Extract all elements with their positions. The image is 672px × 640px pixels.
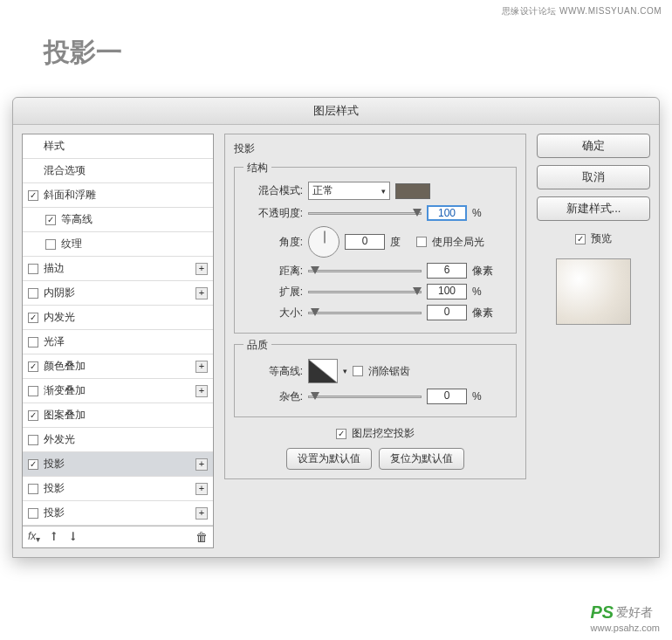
spread-input[interactable]: 100 (427, 284, 467, 299)
blend-mode-value: 正常 (312, 183, 333, 198)
style-item[interactable]: ✓投影+ (23, 452, 213, 477)
contour-row: 等高线: ▾ 消除锯齿 (243, 359, 507, 383)
style-checkbox[interactable]: ✓ (28, 410, 38, 421)
style-item[interactable]: 投影+ (23, 477, 213, 501)
style-item[interactable]: ✓等高线 (23, 208, 213, 232)
style-checkbox[interactable]: ✓ (45, 215, 56, 225)
style-checkbox[interactable]: ✓ (28, 459, 38, 470)
knockout-row: ✓ 图层挖空投影 (234, 426, 517, 441)
opacity-slider[interactable] (308, 207, 422, 219)
dialog-body: 样式 混合选项 ✓斜面和浮雕✓等高线纹理描边+内阴影+✓内发光光泽✓颜色叠加+渐… (13, 125, 659, 557)
style-item[interactable]: ✓内发光 (23, 306, 213, 330)
angle-input[interactable]: 0 (345, 234, 385, 250)
style-list: 样式 混合选项 ✓斜面和浮雕✓等高线纹理描边+内阴影+✓内发光光泽✓颜色叠加+渐… (22, 134, 214, 548)
chevron-down-icon[interactable]: ▾ (343, 367, 347, 375)
opacity-input[interactable]: 100 (427, 205, 467, 221)
chevron-down-icon: ▾ (381, 187, 386, 196)
arrow-up-icon[interactable]: 🠕 (49, 531, 59, 543)
trash-icon[interactable]: 🗑 (195, 530, 208, 544)
spread-label: 扩展: (243, 285, 303, 299)
layer-style-dialog: 图层样式 样式 混合选项 ✓斜面和浮雕✓等高线纹理描边+内阴影+✓内发光光泽✓颜… (12, 97, 660, 558)
style-list-scroll[interactable]: 样式 混合选项 ✓斜面和浮雕✓等高线纹理描边+内阴影+✓内发光光泽✓颜色叠加+渐… (23, 134, 213, 526)
style-item-label: 图案叠加 (44, 408, 208, 423)
style-checkbox[interactable] (28, 264, 38, 274)
add-effect-icon[interactable]: + (195, 287, 208, 299)
size-slider[interactable] (308, 306, 422, 319)
style-item[interactable]: 纹理 (23, 232, 213, 257)
style-item[interactable]: 渐变叠加+ (23, 379, 213, 403)
reset-default-button[interactable]: 复位为默认值 (379, 448, 464, 470)
quality-title: 品质 (243, 338, 271, 353)
style-checkbox[interactable] (45, 239, 56, 250)
global-light-label: 使用全局光 (432, 235, 484, 250)
style-item[interactable]: 投影+ (23, 501, 213, 526)
ok-button[interactable]: 确定 (537, 134, 650, 158)
style-item-styles[interactable]: 样式 (23, 134, 213, 159)
settings-panel: 投影 结构 混合模式: 正常 ▾ 不透明度: 100 (224, 134, 526, 548)
distance-slider[interactable] (308, 265, 422, 277)
contour-swatch[interactable] (308, 359, 338, 383)
style-item[interactable]: 光泽 (23, 330, 213, 354)
global-light-checkbox[interactable] (416, 237, 427, 247)
spread-row: 扩展: 100 % (243, 284, 507, 299)
size-unit: 像素 (472, 306, 493, 320)
ah-text: 爱好者 (616, 605, 653, 619)
style-item-label: 内阴影 (44, 286, 195, 300)
style-checkbox[interactable] (28, 386, 38, 396)
style-item[interactable]: ✓颜色叠加+ (23, 354, 213, 379)
style-checkbox[interactable]: ✓ (28, 313, 38, 323)
new-style-button[interactable]: 新建样式... (537, 196, 650, 221)
antialias-checkbox[interactable] (353, 366, 363, 376)
make-default-button[interactable]: 设置为默认值 (286, 448, 372, 470)
add-effect-icon[interactable]: + (195, 458, 208, 471)
quality-group: 品质 等高线: ▾ 消除锯齿 杂色: 0 % (234, 344, 517, 417)
size-row: 大小: 0 像素 (243, 305, 507, 320)
style-checkbox[interactable]: ✓ (28, 361, 38, 372)
shadow-color-swatch[interactable] (395, 183, 430, 199)
style-item-label: 外发光 (44, 432, 208, 447)
distance-input[interactable]: 6 (427, 263, 467, 279)
style-checkbox[interactable] (28, 288, 38, 299)
style-checkbox[interactable] (28, 337, 38, 348)
blend-mode-row: 混合模式: 正常 ▾ (243, 182, 507, 200)
noise-slider[interactable] (308, 390, 422, 403)
spread-unit: % (472, 286, 493, 298)
style-item-label: 斜面和浮雕 (44, 188, 208, 203)
structure-title: 结构 (243, 161, 271, 175)
style-item[interactable]: 外发光 (23, 428, 213, 452)
style-item-label: 纹理 (61, 237, 208, 251)
add-effect-icon[interactable]: + (195, 507, 208, 520)
add-effect-icon[interactable]: + (195, 385, 208, 397)
arrow-down-icon[interactable]: 🠗 (68, 531, 79, 543)
style-checkbox[interactable]: ✓ (28, 190, 38, 201)
style-item[interactable]: ✓图案叠加 (23, 403, 213, 428)
style-item-label: 等高线 (61, 212, 208, 227)
knockout-checkbox[interactable]: ✓ (336, 429, 346, 439)
add-effect-icon[interactable]: + (195, 361, 208, 373)
style-item-label: 投影 (44, 457, 195, 471)
angle-label: 角度: (243, 235, 303, 250)
style-item-label: 渐变叠加 (44, 383, 195, 398)
blend-mode-select[interactable]: 正常 ▾ (308, 182, 390, 200)
style-item[interactable]: ✓斜面和浮雕 (23, 183, 213, 208)
cancel-button[interactable]: 取消 (537, 165, 650, 189)
noise-input[interactable]: 0 (427, 389, 467, 404)
add-effect-icon[interactable]: + (195, 263, 208, 275)
style-checkbox[interactable] (28, 435, 38, 445)
noise-row: 杂色: 0 % (243, 389, 507, 404)
spread-slider[interactable] (308, 286, 422, 298)
angle-dial[interactable] (308, 226, 339, 258)
drop-shadow-section: 投影 结构 混合模式: 正常 ▾ 不透明度: 100 (224, 134, 526, 479)
add-effect-icon[interactable]: + (195, 483, 208, 495)
style-item[interactable]: 描边+ (23, 257, 213, 281)
style-item-blend-options[interactable]: 混合选项 (23, 159, 213, 183)
size-label: 大小: (243, 306, 303, 320)
preview-checkbox[interactable]: ✓ (575, 234, 586, 244)
size-input[interactable]: 0 (427, 305, 467, 320)
fx-icon[interactable]: fx▾ (28, 530, 40, 544)
style-item[interactable]: 内阴影+ (23, 281, 213, 306)
style-checkbox[interactable] (28, 508, 38, 519)
style-list-footer: fx▾ 🠕 🠗 🗑 (23, 526, 213, 547)
style-item-label: 投影 (44, 506, 195, 520)
style-checkbox[interactable] (28, 484, 38, 494)
